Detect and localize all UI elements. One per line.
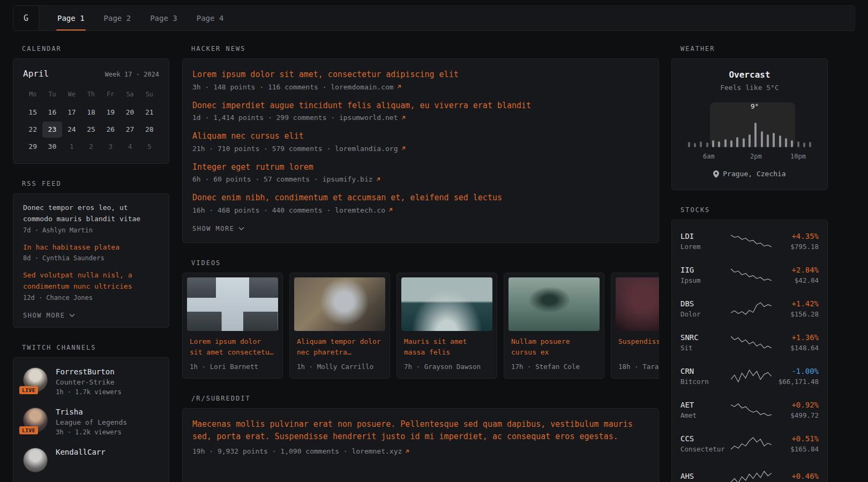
right-column: WEATHER Overcast Feels like 5°C 9° 6am 2… xyxy=(671,45,828,482)
stock-identity: LDI Lorem xyxy=(680,232,731,251)
stock-price: $156.28 xyxy=(772,310,819,318)
stock-symbol: AET xyxy=(680,401,731,409)
video-card[interactable]: Aliquam tempor dolor nec pharetra… 1h · … xyxy=(289,273,390,379)
calendar-day: 21 xyxy=(140,104,159,120)
stock-values: +1.42% $156.28 xyxy=(772,299,819,318)
twitch-channel-info: ForrestBurton Counter-Strike 1h · 1.7k v… xyxy=(56,367,122,396)
stock-identity: IIG Ipsum xyxy=(680,266,731,284)
weather-location-text: Prague, Czechia xyxy=(723,170,785,178)
video-title: Mauris sit amet massa felis xyxy=(404,336,490,359)
calendar-day: 27 xyxy=(120,122,139,138)
calendar-grid: Mo Tu We Th Fr Sa Su 15 16 17 18 19 20 2… xyxy=(23,87,159,155)
stock-values: +2.84% $42.04 xyxy=(772,266,819,284)
stock-values: +0.92% $499.72 xyxy=(772,401,819,419)
video-thumbnail[interactable] xyxy=(294,277,385,331)
rss-item-meta: 7d · Ashlyn Martin xyxy=(23,227,159,234)
weekday-label: Th xyxy=(81,87,101,103)
stock-sparkline xyxy=(731,267,772,283)
hn-title-link[interactable]: Donec enim nibh, condimentum et accumsan… xyxy=(192,192,649,204)
twitch-channel-name: ForrestBurton xyxy=(56,367,122,376)
stock-row[interactable]: AET Amet +0.92% $499.72 xyxy=(680,393,819,427)
calendar-header: CALENDAR xyxy=(22,45,169,52)
twitch-channel-row[interactable]: LIVE Trisha League of Legends 3h · 1.2k … xyxy=(23,408,159,436)
stock-sparkline xyxy=(731,334,772,350)
external-link-icon xyxy=(388,207,393,213)
external-link-icon xyxy=(401,115,406,120)
calendar-day: 30 xyxy=(42,139,62,155)
stock-row[interactable]: AHS +0.46% xyxy=(680,461,819,482)
calendar-day: 18 xyxy=(81,104,101,120)
stock-row[interactable]: CCS Consectetur +0.51% $165.84 xyxy=(680,427,819,461)
video-card[interactable]: Nullam posuere cursus ex 17h · Stefan Co… xyxy=(504,273,604,379)
external-link-icon xyxy=(396,84,402,89)
stock-symbol: CRN xyxy=(680,367,731,375)
calendar-day-today: 23 xyxy=(42,122,62,138)
hn-meta-text: 3h · 148 points · 116 comments · loremdo… xyxy=(192,83,394,91)
video-card[interactable]: Suspendisse diam 18h · Tara xyxy=(611,273,659,379)
hn-meta: 3h · 148 points · 116 comments · loremdo… xyxy=(192,83,649,91)
subreddit-header: /R/SUBREDDIT xyxy=(191,395,659,402)
stock-values: +4.35% $795.18 xyxy=(772,232,819,251)
video-thumbnail[interactable] xyxy=(508,277,600,331)
twitch-channel-info: Trisha League of Legends 3h · 1.2k viewe… xyxy=(56,408,127,436)
rss-item-link[interactable]: Donec tempor eros leo, ut commodo mauris… xyxy=(23,202,159,225)
rss-item-meta: 12d · Chance Jones xyxy=(23,294,159,302)
hackernews-header: HACKER NEWS xyxy=(191,45,659,52)
video-thumbnail[interactable] xyxy=(187,277,278,331)
stock-row[interactable]: DBS Dolor +1.42% $156.28 xyxy=(680,292,819,326)
subreddit-card: Maecenas mollis pulvinar erat non posuer… xyxy=(182,408,659,482)
hn-item: Aliquam nec cursus elit 21h · 710 points… xyxy=(192,130,649,153)
hn-meta-text: 16h · 468 points · 440 comments · loremt… xyxy=(192,206,385,214)
rss-item-link[interactable]: In hac habitasse platea xyxy=(23,242,159,253)
stock-change: +4.35% xyxy=(772,232,819,240)
stock-change: +1.36% xyxy=(772,333,819,342)
tab-page-4[interactable]: Page 4 xyxy=(190,6,230,31)
hn-meta: 16h · 468 points · 440 comments · loremt… xyxy=(192,206,649,214)
twitch-channel-meta: 1h · 1.7k viewers xyxy=(56,388,122,396)
peak-temperature-label: 9° xyxy=(751,102,759,110)
hn-title-link[interactable]: Lorem ipsum dolor sit amet, consectetur … xyxy=(192,69,649,81)
rss-item-link[interactable]: Sed volutpat nulla nisl, a condimentum n… xyxy=(23,270,159,292)
hn-title-link[interactable]: Aliquam nec cursus elit xyxy=(192,130,649,142)
time-label: 6am xyxy=(703,153,715,160)
twitch-channel-row[interactable]: KendallCarr xyxy=(23,448,159,472)
stock-row[interactable]: SNRC Sit +1.36% $148.64 xyxy=(680,326,819,359)
video-row: Lorem ipsum dolor sit amet consectetu… 1… xyxy=(182,273,659,379)
weather-card: Overcast Feels like 5°C 9° 6am 2pm 10pm … xyxy=(671,58,828,190)
stock-row[interactable]: CRN Bitcorn -1.00% $66,171.48 xyxy=(680,359,819,393)
twitch-channel-info: KendallCarr xyxy=(56,448,106,456)
hn-meta: 6h · 60 points · 57 comments · ipsumify.… xyxy=(192,175,649,183)
hn-meta-text: 21h · 710 points · 579 comments · loreml… xyxy=(192,145,398,153)
dashboard-content: CALENDAR April Week 17 · 2024 Mo Tu We T… xyxy=(0,45,868,482)
stock-row[interactable]: IIG Ipsum +2.84% $42.04 xyxy=(680,258,819,292)
app-logo[interactable]: G xyxy=(13,6,39,31)
stocks-section: STOCKS LDI Lorem +4.35% $795.18 IIG xyxy=(671,206,828,482)
weekday-label: We xyxy=(62,87,81,103)
video-thumbnail[interactable] xyxy=(401,277,492,331)
weather-condition: Overcast xyxy=(682,70,818,80)
tab-page-2[interactable]: Page 2 xyxy=(98,6,138,31)
video-meta: 1h · Lori Barnett xyxy=(190,363,275,371)
tab-page-3[interactable]: Page 3 xyxy=(144,6,184,31)
hn-meta: 1d · 1,414 points · 299 comments · ipsum… xyxy=(192,114,649,122)
hn-title-link[interactable]: Integer eget rutrum lorem xyxy=(192,161,649,174)
stock-change: +0.46% xyxy=(772,472,819,480)
rss-show-more-button[interactable]: SHOW MORE xyxy=(23,312,75,319)
twitch-channel-row[interactable]: LIVE ForrestBurton Counter-Strike 1h · 1… xyxy=(23,367,159,396)
rss-item: Sed volutpat nulla nisl, a condimentum n… xyxy=(23,270,159,302)
tab-page-1[interactable]: Page 1 xyxy=(51,6,91,31)
video-card[interactable]: Mauris sit amet massa felis 7h · Grayson… xyxy=(396,273,497,379)
video-thumbnail[interactable] xyxy=(616,277,659,331)
calendar-day-next-month: 5 xyxy=(140,139,159,155)
hn-title-link[interactable]: Donec imperdiet augue tincidunt felis al… xyxy=(192,100,649,112)
calendar-day: 16 xyxy=(42,104,62,120)
subreddit-post-link[interactable]: Maecenas mollis pulvinar erat non posuer… xyxy=(192,418,649,443)
calendar-day-next-month: 4 xyxy=(120,139,139,155)
calendar-card: April Week 17 · 2024 Mo Tu We Th Fr Sa S… xyxy=(13,58,169,164)
stock-identity: CRN Bitcorn xyxy=(680,367,731,386)
middle-column: HACKER NEWS Lorem ipsum dolor sit amet, … xyxy=(182,45,659,482)
stock-row[interactable]: LDI Lorem +4.35% $795.18 xyxy=(680,224,819,258)
stock-change: +1.42% xyxy=(772,299,819,308)
hn-show-more-button[interactable]: SHOW MORE xyxy=(192,225,244,232)
video-card[interactable]: Lorem ipsum dolor sit amet consectetu… 1… xyxy=(182,273,283,379)
